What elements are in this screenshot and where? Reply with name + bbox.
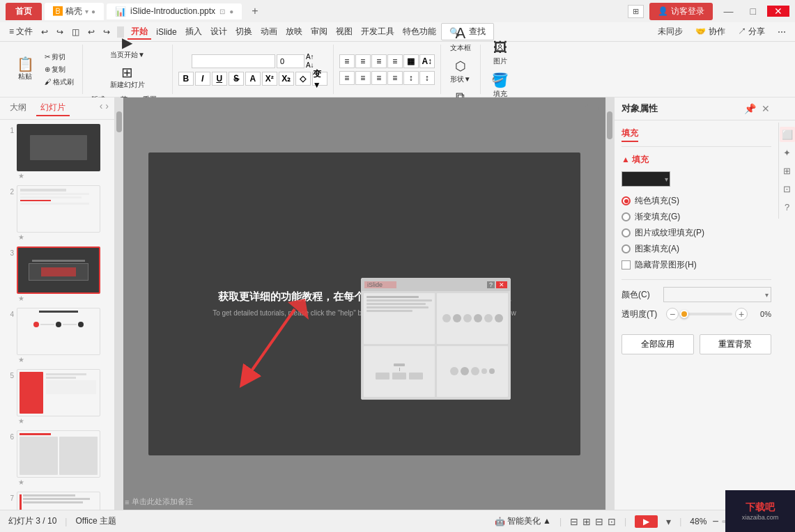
layout-icon-button[interactable]: ⊞ bbox=[780, 163, 795, 178]
align-left-button[interactable]: ≡ bbox=[339, 71, 355, 85]
new-slide-button[interactable]: ⊞ 新建幻灯片 bbox=[107, 64, 148, 91]
tab-pptx[interactable]: 📊 iSlide-Introduction.pptx ⊡ ● bbox=[107, 3, 242, 19]
numbered-list-button[interactable]: ≡ bbox=[355, 54, 371, 68]
slide-item-6[interactable]: 6 ★ bbox=[3, 429, 111, 487]
slide-sorter-icon[interactable]: ⊟ bbox=[595, 516, 603, 527]
font-variant-button[interactable]: 变▼ bbox=[312, 72, 327, 86]
slide-thumbnail-5[interactable] bbox=[17, 369, 100, 416]
share-btn[interactable]: ↗ 分享 bbox=[734, 24, 769, 39]
slide-thumbnail-4[interactable] bbox=[17, 308, 100, 355]
login-button[interactable]: 👤 访客登录 bbox=[649, 3, 713, 20]
line-spacing-button[interactable]: ↕ bbox=[403, 71, 419, 85]
menu-undo2[interactable]: ↩ bbox=[38, 26, 52, 38]
pattern-fill-radio[interactable]: 图案填充(A) bbox=[622, 243, 771, 255]
font-color-button[interactable]: A bbox=[245, 72, 261, 86]
format-painter-button[interactable]: 🖌格式刷 bbox=[42, 77, 77, 88]
para-spacing-button[interactable]: ↕ bbox=[419, 71, 435, 85]
next-slide-arrow[interactable]: ▼ bbox=[593, 100, 603, 111]
close-button[interactable]: ✕ bbox=[767, 6, 789, 17]
view-toggle-button[interactable]: ⊞ bbox=[628, 5, 644, 18]
justify-button[interactable]: ≡ bbox=[387, 71, 403, 85]
align-right-button[interactable]: ≡ bbox=[371, 71, 387, 85]
text-direction-button[interactable]: A↕ bbox=[419, 54, 435, 68]
align-center-button[interactable]: ≡ bbox=[355, 71, 371, 85]
fill-color-picker[interactable]: ▾ bbox=[622, 171, 670, 187]
slideshow-arrow[interactable]: ▾ bbox=[666, 516, 671, 527]
textbox-button[interactable]: A 文本框 bbox=[447, 23, 474, 54]
slide-item-2[interactable]: 2 ★ bbox=[3, 184, 111, 242]
menu-undo[interactable]: ↩ bbox=[84, 26, 98, 38]
slide-item-3[interactable]: 3 ★ bbox=[3, 245, 111, 304]
picture-fill-radio[interactable]: 图片或纹理填充(P) bbox=[622, 227, 771, 239]
panel-collapse-left[interactable]: ‹ bbox=[100, 100, 103, 116]
menu-animation[interactable]: 动画 bbox=[257, 24, 281, 39]
tab-caoxie[interactable]: 🅱 稿壳 ▾ ● bbox=[45, 3, 104, 20]
columns-button[interactable]: ▦ bbox=[403, 54, 419, 68]
menu-review[interactable]: 审阅 bbox=[307, 24, 331, 39]
size-icon-button[interactable]: ⊡ bbox=[780, 181, 795, 196]
menu-file[interactable]: ≡ 文件 bbox=[6, 24, 36, 39]
slide-item-4[interactable]: 4 ★ bbox=[3, 306, 111, 365]
effect-icon-button[interactable]: ✦ bbox=[780, 145, 795, 160]
fill-icon-button[interactable]: ⬜ bbox=[780, 127, 795, 142]
tab-home[interactable]: 首页 bbox=[6, 3, 42, 20]
slide-thumbnail-3[interactable] bbox=[17, 247, 100, 294]
props-close-button[interactable]: ✕ bbox=[760, 102, 771, 116]
props-pin-button[interactable]: 📌 bbox=[743, 102, 757, 116]
notes-view-icon[interactable]: ⊟ bbox=[570, 516, 578, 527]
prev-slide-arrow[interactable]: ▲ bbox=[582, 100, 592, 111]
menu-transition[interactable]: 切换 bbox=[232, 24, 256, 39]
gradient-fill-radio[interactable]: 渐变填充(G) bbox=[622, 211, 771, 223]
sync-status[interactable]: 未同步 bbox=[654, 24, 686, 39]
increase-indent-button[interactable]: ≡ bbox=[387, 54, 403, 68]
italic-button[interactable]: I bbox=[195, 72, 210, 86]
menu-slideshow[interactable]: 放映 bbox=[282, 24, 306, 39]
menu-devtools[interactable]: 开发工具 bbox=[357, 24, 398, 39]
cut-button[interactable]: ✂剪切 bbox=[42, 52, 77, 63]
popup-help-btn[interactable]: ? bbox=[487, 281, 495, 288]
hide-bg-checkbox[interactable]: 隐藏背景图形(H) bbox=[622, 259, 771, 271]
collab-btn[interactable]: 🤝 协作 bbox=[692, 24, 728, 39]
panel-collapse-right[interactable]: › bbox=[105, 100, 109, 116]
comment-bar[interactable]: ≡ 单击此处添加备注 bbox=[125, 496, 604, 507]
menu-special[interactable]: 特色功能 bbox=[399, 24, 440, 39]
fill-tab-item[interactable]: 填充 bbox=[622, 127, 638, 142]
reading-view-icon[interactable]: ⊡ bbox=[608, 516, 616, 527]
slide-item-1[interactable]: 1 ★ bbox=[3, 123, 111, 181]
shadow-button[interactable]: ◇ bbox=[295, 72, 311, 86]
image-button[interactable]: 🖼 图片 bbox=[486, 38, 514, 68]
font-size-input[interactable] bbox=[277, 54, 304, 68]
normal-view-icon[interactable]: ⊞ bbox=[582, 516, 591, 527]
strikethrough-button[interactable]: S̶ bbox=[229, 72, 244, 86]
shape-button[interactable]: ⬡ 形状▼ bbox=[447, 57, 474, 86]
slide-thumbnail-1[interactable] bbox=[17, 124, 100, 171]
opacity-minus-button[interactable]: − bbox=[666, 308, 679, 320]
slideshow-button[interactable]: ▶ bbox=[635, 515, 658, 528]
slide-item-7[interactable]: 7 ★ bbox=[3, 490, 111, 510]
scroll-right[interactable] bbox=[605, 97, 614, 510]
font-size-up-button[interactable]: A↑ bbox=[306, 53, 314, 61]
slide-item-5[interactable]: 5 ★ bbox=[3, 368, 111, 426]
bold-button[interactable]: B bbox=[178, 72, 194, 86]
menu-redo[interactable]: ↪ bbox=[53, 26, 67, 38]
menu-view[interactable]: 视图 bbox=[332, 24, 356, 39]
underline-button[interactable]: U bbox=[212, 72, 227, 86]
help-icon-button[interactable]: ? bbox=[780, 199, 795, 214]
popup-close-btn[interactable]: ✕ bbox=[496, 281, 507, 288]
minimize-button[interactable]: — bbox=[718, 6, 739, 17]
bullet-list-button[interactable]: ≡ bbox=[339, 54, 355, 68]
tab-outline[interactable]: 大纲 bbox=[6, 100, 31, 116]
opacity-plus-button[interactable]: + bbox=[735, 308, 748, 320]
canvas-area[interactable]: ▲ ▼ 获取更详细的功能教程，在每个工具菜单的右上角点击帮助按钮 To get … bbox=[115, 97, 614, 510]
zoom-minus-button[interactable]: − bbox=[712, 515, 718, 528]
menu-islide[interactable]: iSlide bbox=[153, 26, 180, 38]
smart-beautify-button[interactable]: 🤖 智能美化 ▲ bbox=[495, 515, 551, 527]
subscript-button[interactable]: X₂ bbox=[279, 72, 294, 86]
menu-layout-icon[interactable]: ◫ bbox=[68, 26, 83, 38]
slide-thumbnail-2[interactable] bbox=[17, 185, 100, 233]
copy-button[interactable]: ⊕复制 bbox=[42, 64, 77, 75]
more-btn[interactable]: ⋯ bbox=[774, 26, 789, 38]
superscript-button[interactable]: X² bbox=[262, 72, 277, 86]
add-tab-button[interactable]: + bbox=[245, 2, 265, 20]
start-from-current-button[interactable]: ▶ 当页开始▼ bbox=[107, 34, 148, 61]
